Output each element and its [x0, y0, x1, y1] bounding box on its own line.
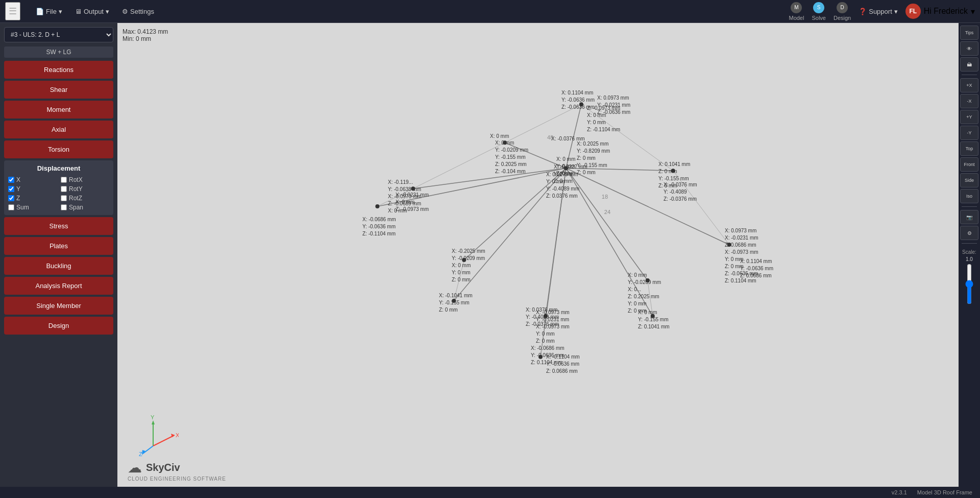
toolbar-divider-2 [962, 206, 977, 207]
header-right: M Model S Solve D Design ❓ Support ▾ FL … [789, 2, 975, 21]
node-label-9: X: 0.0279 mmY: 0 mmY: -0.4089 mmZ: 0.037… [546, 171, 579, 200]
svg-text:18: 18 [602, 194, 608, 200]
mode-tabs: M Model S Solve D Design [789, 2, 851, 21]
cloud-icon: ☁ [128, 459, 142, 476]
moment-button[interactable]: Moment [4, 101, 113, 118]
iso-button[interactable]: Iso [960, 189, 978, 203]
viewport[interactable]: Max: 0.4123 mm Min: 0 mm [117, 23, 959, 487]
mode-design[interactable]: D Design [834, 2, 851, 21]
node-label-11: Y: -0.0231 mmX: 0 mmZ: -0.0973 mm [396, 192, 429, 213]
plus-x-button[interactable]: +X [960, 78, 978, 92]
checkbox-sum[interactable]: Sum [8, 204, 57, 211]
node-label-4: X: 0 mmY: -0.0209 mmY: -0.155 mmZ: 0.202… [495, 139, 528, 175]
svg-text:24: 24 [604, 209, 610, 215]
main-content: #3 - ULS: 2. D + L SW + LG Reactions She… [0, 23, 980, 487]
reactions-button[interactable]: Reactions [4, 61, 113, 79]
version-label: v2.3.1 [892, 489, 907, 495]
file-menu[interactable]: 📄 File ▾ [31, 6, 67, 17]
menu-button[interactable]: ☰ [5, 2, 20, 20]
model-icon: M [791, 2, 802, 13]
support-label: Support [869, 8, 892, 15]
scale-value: 1.0 [966, 256, 973, 262]
status-bar: v2.3.1 Model 3D Roof Frame [0, 487, 980, 498]
svg-line-2 [413, 168, 566, 188]
checkbox-roty[interactable]: RotY [61, 185, 109, 193]
checkbox-rotx[interactable]: RotX [61, 176, 109, 183]
checkbox-z[interactable]: Z [8, 195, 57, 202]
avatar: FL [905, 4, 921, 19]
node-label-15: X: -0.2025 mmY: -0.0209 mmX: 0 mmY: 0 mm… [452, 248, 485, 283]
node-label-19: X: 0 mmY: -0.155 mmZ: 0.1041 mm [638, 309, 670, 330]
shear-button[interactable]: Shear [4, 81, 113, 99]
svg-line-42 [143, 446, 153, 454]
solve-label: Solve [812, 15, 826, 21]
design-icon: D [837, 2, 848, 13]
settings-menu[interactable]: ⚙ Settings [117, 6, 159, 17]
scale-label: Scale: [962, 249, 976, 255]
header-nav: 📄 File ▾ 🖥 Output ▾ ⚙ Settings [31, 6, 159, 17]
sidebar: #3 - ULS: 2. D + L SW + LG Reactions She… [0, 23, 117, 487]
svg-text:X: X [176, 432, 179, 438]
checkbox-span[interactable]: Span [61, 204, 109, 211]
displacement-title: Displacement [8, 164, 109, 172]
node-label-3: X: 0 mm [490, 133, 509, 140]
gear-button[interactable]: ⚙ [960, 226, 978, 240]
output-label: Output [84, 8, 104, 15]
mode-solve[interactable]: S Solve [812, 2, 826, 21]
output-menu[interactable]: 🖥 Output ▾ [70, 6, 114, 17]
load-group-label: SW + LG [4, 46, 113, 58]
node-label-2: Z: -0.0973 mmX: 0 mmY: 0 mmZ: -0.1104 mm [587, 105, 620, 133]
torsion-button[interactable]: Torsion [4, 140, 113, 158]
checkbox-grid: X RotX Y RotY Z RotZ Sum [8, 176, 109, 211]
node-label-16: X: -0.1041 mmY: -0.155 mmZ: 0 mm [439, 292, 473, 314]
structure-svg: 48 18 24 [117, 23, 959, 487]
support-button[interactable]: ❓ Support ▾ [859, 8, 898, 15]
front-button[interactable]: Front [960, 157, 978, 172]
minus-x-button[interactable]: -X [960, 94, 978, 108]
plus-y-button[interactable]: +Y [960, 110, 978, 124]
settings-label: Settings [130, 8, 154, 15]
brand-name: SkyCiv [146, 462, 180, 473]
scale-container: Scale: 1.0 [962, 249, 976, 304]
watermark-sub: CLOUD ENGINEERING SOFTWARE [128, 476, 226, 482]
mountain-button[interactable]: 🏔 [960, 57, 978, 72]
displacement-panel: Displacement X RotX Y RotY Z [4, 160, 113, 215]
top-button[interactable]: Top [960, 141, 978, 156]
watermark: ☁ SkyCiv CLOUD ENGINEERING SOFTWARE [128, 459, 226, 482]
node-label-22: X: -0.0973 mmY: -0.0231 mmX: -0.0973 mmY… [536, 309, 570, 345]
solve-icon: S [813, 2, 824, 13]
settings-icon: ⚙ [122, 8, 128, 15]
question-icon: ❓ [859, 8, 867, 15]
svg-line-13 [413, 143, 505, 188]
camera-button[interactable]: 📷 [960, 210, 978, 224]
checkbox-y[interactable]: Y [8, 185, 57, 193]
single-member-button[interactable]: Single Member [4, 297, 113, 315]
scale-slider[interactable] [964, 264, 974, 304]
svg-marker-37 [152, 420, 155, 424]
user-menu[interactable]: FL Hi Frederick ▾ [905, 4, 975, 19]
eye-button[interactable]: 👁 [960, 41, 978, 56]
axis-indicator: Y X Z [138, 415, 179, 456]
header: ☰ 📄 File ▾ 🖥 Output ▾ ⚙ Settings M Model… [0, 0, 980, 23]
buckling-button[interactable]: Buckling [4, 257, 113, 275]
minus-y-button[interactable]: -Y [960, 126, 978, 140]
viewport-info: Max: 0.4123 mm Min: 0 mm [122, 28, 168, 42]
stress-button[interactable]: Stress [4, 217, 113, 235]
checkbox-rotz[interactable]: RotZ [61, 195, 109, 202]
combo-select[interactable]: #3 - ULS: 2. D + L [4, 27, 113, 42]
tips-button[interactable]: Tips [960, 26, 978, 40]
node-label-14: X: -0.0376 mmY: -0.4089Z: -0.0376 mm [664, 181, 697, 203]
side-button[interactable]: Side [960, 173, 978, 187]
analysis-report-button[interactable]: Analysis Report [4, 277, 113, 295]
right-toolbar: Tips 👁 🏔 +X -X +Y -Y Top Front Side Iso … [959, 23, 980, 487]
node-label-24: X: -0.1104 mmY: -0.0636 mmZ: 0.0686 mm [546, 353, 580, 375]
design-label: Design [834, 15, 851, 21]
checkbox-x[interactable]: X [8, 176, 57, 183]
design-button[interactable]: Design [4, 317, 113, 335]
max-label: Max: 0.4123 mm [122, 28, 168, 35]
mode-model[interactable]: M Model [789, 2, 804, 21]
svg-text:Z: Z [139, 451, 142, 456]
plates-button[interactable]: Plates [4, 237, 113, 255]
toolbar-divider-3 [962, 243, 977, 244]
axial-button[interactable]: Axial [4, 121, 113, 138]
